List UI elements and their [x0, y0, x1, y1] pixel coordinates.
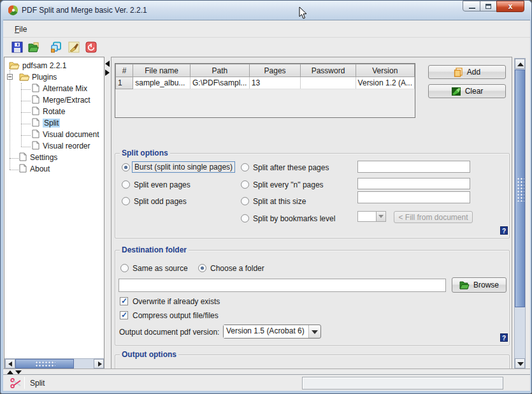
radio-split-even[interactable] [122, 180, 130, 189]
maximize-icon [485, 4, 491, 9]
destination-folder-title: Destination folder [120, 245, 189, 254]
cell-path[interactable]: G:\PDF\sampl... [190, 77, 249, 89]
page-icon [32, 106, 40, 115]
splitter-expand-right-icon[interactable] [105, 69, 110, 76]
destination-folder-group: Destination folder Same as source Choose… [115, 250, 510, 346]
overwrite-checkbox[interactable] [120, 297, 128, 305]
radio-split-even-label: Split even pages [134, 180, 191, 189]
splitter-collapse-left-icon[interactable] [105, 61, 110, 67]
radio-split-after[interactable] [241, 163, 249, 171]
radio-split-after-label: Split after these pages [253, 163, 329, 172]
main-vertical-scrollbar[interactable] [514, 58, 526, 368]
chevron-down-icon [378, 215, 384, 218]
status-bar: Split [3, 374, 530, 391]
title-bar[interactable]: PDF Split and Merge basic Ver. 2.2.1 x [1, 1, 531, 20]
split-every-n-input[interactable] [357, 178, 470, 189]
radio-split-bookmarks[interactable] [241, 214, 249, 223]
split-after-pages-input[interactable] [357, 161, 470, 173]
vertical-splitter[interactable] [104, 57, 111, 374]
clear-button[interactable]: Clear [428, 84, 506, 98]
cell-filename[interactable]: sample_albu... [133, 77, 191, 89]
compress-checkbox[interactable] [120, 311, 128, 319]
browse-button[interactable]: Browse [452, 277, 507, 293]
destination-folder-input[interactable] [119, 279, 446, 292]
radio-split-every-n[interactable] [241, 180, 249, 189]
page-icon [32, 95, 40, 104]
tree-guide-line [21, 83, 22, 147]
split-size-input[interactable] [357, 191, 470, 203]
load-environment-icon[interactable] [28, 41, 40, 53]
plugin-tree: pdfsam 2.2.1 Plugins Alternate Mix Merge… [4, 57, 104, 374]
page-icon [32, 84, 40, 92]
column-header-pages: Pages [249, 64, 301, 77]
radio-split-bookmarks-label: Split by bookmarks level [253, 214, 335, 223]
folder-open-icon [19, 73, 30, 81]
clear-plugin-icon[interactable] [68, 41, 80, 53]
page-icon [32, 129, 40, 138]
destination-help-icon[interactable]: ? [500, 333, 508, 342]
horizontal-splitter[interactable] [3, 368, 530, 374]
collapse-icon[interactable] [7, 74, 13, 80]
tree-guide-line [10, 170, 18, 170]
split-options-group: Split options Burst (split into single p… [115, 153, 510, 238]
main-scrollbar-thumb[interactable] [515, 69, 525, 307]
tree-scrollbar-thumb[interactable] [15, 359, 74, 368]
radio-split-at-size[interactable] [241, 197, 249, 205]
compress-checkbox-label: Compress output file/files [133, 311, 219, 320]
scroll-up-icon [517, 62, 524, 66]
menu-bar: File [3, 20, 530, 38]
add-button[interactable]: Add [428, 65, 506, 79]
tree-guide-line [10, 158, 18, 159]
radio-split-at-size-label: Split at this size [253, 197, 306, 206]
radio-choose-folder[interactable] [198, 264, 206, 272]
browse-folder-icon [459, 281, 470, 289]
scroll-down-icon [517, 362, 524, 366]
save-environment-icon[interactable] [11, 41, 23, 53]
combobox-arrow-button[interactable] [309, 325, 320, 338]
scroll-right-button[interactable] [94, 359, 104, 368]
pdf-version-combobox[interactable]: Version 1.5 (Acrobat 6) [223, 325, 321, 339]
radio-same-as-source[interactable] [120, 264, 129, 272]
clear-icon [451, 87, 461, 96]
tree-horizontal-scrollbar[interactable] [4, 358, 104, 369]
radio-split-odd[interactable] [122, 197, 130, 205]
scroll-up-button[interactable] [515, 59, 525, 69]
minimize-button[interactable] [463, 1, 480, 11]
scissors-icon [10, 377, 22, 389]
tree-guide-line [10, 70, 10, 170]
restore-defaults-icon[interactable] [50, 41, 62, 53]
cell-index[interactable]: 1 [116, 77, 133, 89]
cell-pages[interactable]: 13 [249, 77, 301, 89]
pdf-version-value: Version 1.5 (Acrobat 6) [224, 325, 309, 338]
file-table: # File name Path Pages Password Version … [115, 63, 415, 118]
radio-same-as-source-label: Same as source [133, 264, 188, 273]
cell-password[interactable] [301, 77, 356, 89]
bookmarks-level-combobox[interactable] [357, 211, 386, 222]
table-row[interactable]: 1 sample_albu... G:\PDF\sampl... 13 Vers… [116, 77, 415, 89]
window-frame-bottom [1, 391, 532, 394]
exit-icon[interactable] [85, 41, 97, 53]
table-header-row: # File name Path Pages Password Version [116, 64, 415, 77]
progress-bar [302, 377, 503, 390]
tree-guide-line [21, 135, 31, 136]
radio-burst[interactable] [122, 163, 130, 171]
scroll-down-button[interactable] [515, 358, 525, 368]
toolbar [3, 38, 530, 57]
split-options-help-icon[interactable]: ? [500, 226, 508, 235]
column-header-password: Password [301, 64, 356, 77]
scroll-left-button[interactable] [5, 359, 15, 368]
scroll-right-icon [98, 361, 102, 367]
folder-open-icon [9, 61, 20, 69]
combobox-arrow-button[interactable] [376, 212, 385, 221]
output-options-title: Output options [120, 350, 178, 359]
tree-guide-line [21, 124, 31, 124]
fill-from-document-button[interactable]: < Fill from document [394, 211, 473, 223]
cell-version[interactable]: Version 1.2 (A... [356, 77, 414, 89]
selected-tree-item: Split [43, 119, 60, 128]
pdfsam-logo-icon [8, 5, 18, 15]
page-icon [19, 152, 27, 161]
close-button[interactable]: x [496, 1, 524, 12]
menu-file[interactable]: File [12, 24, 29, 34]
maximize-button[interactable] [480, 1, 497, 11]
chevron-down-icon [312, 330, 318, 334]
